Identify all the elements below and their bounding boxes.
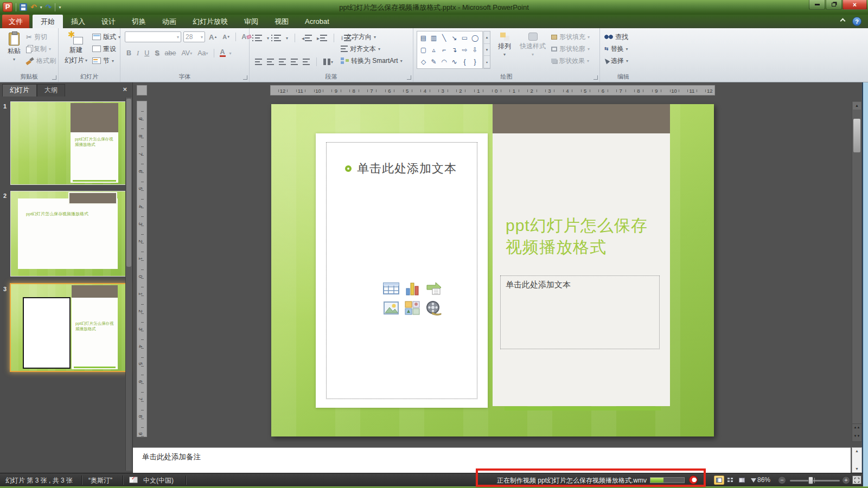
bullets-icon[interactable] [255, 35, 262, 41]
quick-styles-button[interactable]: 快速样式 ▾ [518, 30, 548, 70]
undo-icon[interactable]: ↶ [30, 3, 37, 11]
align-center-icon[interactable] [267, 59, 274, 65]
tab-5[interactable]: 动画 [154, 15, 184, 28]
shape-outline-button[interactable]: 形状轮廓 ▾ [551, 43, 590, 54]
section-button[interactable]: 节 ▾ [92, 55, 114, 66]
next-slide-button[interactable]: ▼▼ [853, 433, 861, 441]
scroll-up-icon[interactable]: ▲ [853, 102, 861, 110]
bullets-dropdown-icon[interactable]: ▾ [267, 36, 269, 41]
shapes-scroll-up-icon[interactable]: ▲ [484, 31, 490, 44]
align-left-icon[interactable] [255, 59, 262, 65]
align-text-button[interactable]: 对齐文本 ▾ [341, 43, 380, 54]
bold-button[interactable]: B [125, 49, 133, 57]
slide-thumbnail-1[interactable]: ppt幻灯片怎么保存视频播放格式 [11, 102, 126, 184]
shape-icon[interactable]: } [470, 56, 480, 68]
notes-scroll-down-icon[interactable]: ▼ [852, 466, 861, 472]
shapes-more-icon[interactable]: ▾ [484, 56, 490, 68]
tab-9[interactable]: Acrobat [297, 15, 337, 28]
replace-button[interactable]: ⇆ 替换 ▾ [604, 43, 628, 54]
scrollbar-thumb[interactable] [853, 119, 860, 152]
shape-icon[interactable]: ▭ [459, 32, 470, 44]
copy-button[interactable]: 复制 ▾ [26, 43, 51, 54]
restore-button[interactable] [826, 0, 842, 10]
justify-icon[interactable] [291, 59, 298, 65]
shape-icon[interactable]: ↘ [449, 32, 459, 44]
font-color-dropdown-icon[interactable]: ▾ [229, 51, 232, 56]
distribute-icon[interactable] [303, 59, 310, 65]
decrease-indent-button[interactable]: ◂ [302, 35, 312, 41]
shape-icon[interactable]: ⇨ [459, 44, 470, 56]
drawing-dialog-launcher-icon[interactable] [593, 75, 598, 80]
minimize-button[interactable] [809, 0, 825, 10]
insert-picture-icon[interactable] [381, 299, 401, 317]
shape-icon[interactable]: ▥ [429, 32, 439, 44]
font-name-combo[interactable]: ▾ [125, 31, 181, 42]
save-icon[interactable] [20, 3, 27, 11]
new-slide-button[interactable]: ✱ 新建 幻灯片▾ [62, 30, 90, 70]
numbering-dropdown-icon[interactable]: ▾ [286, 36, 288, 41]
notes-scrollbar[interactable]: ▲ ▼ [852, 447, 862, 473]
grow-font-button[interactable]: A▲ A▼ A [207, 31, 253, 42]
increase-indent-button[interactable]: ▸ [317, 35, 327, 41]
insert-smartart-icon[interactable] [423, 279, 443, 298]
panel-tab-slides[interactable]: 幻灯片 [2, 84, 37, 97]
cut-button[interactable]: ✂ 剪切 [26, 31, 47, 42]
zoom-level[interactable]: 86% [757, 476, 770, 484]
spell-check-icon[interactable]: ✓ [129, 477, 138, 483]
insert-clipart-icon[interactable] [402, 299, 422, 317]
arrange-button[interactable]: 排列 ▾ [493, 30, 516, 70]
change-case-button[interactable]: Aa▾ [196, 49, 209, 57]
shape-icon[interactable]: ⇩ [470, 44, 480, 56]
paste-button[interactable]: 粘贴 ▾ [3, 30, 25, 70]
find-button[interactable]: 查找 [604, 31, 628, 42]
slide-title-text[interactable]: ppt幻灯片怎么保存视频播放格式 [506, 215, 648, 258]
tab-7[interactable]: 审阅 [236, 15, 266, 28]
italic-button[interactable]: I [135, 49, 141, 57]
zoom-slider-track[interactable] [790, 480, 840, 481]
close-button[interactable]: × [843, 0, 867, 10]
customize-qat-icon[interactable]: ▾ [59, 5, 61, 10]
shapes-scroll-down-icon[interactable]: ▼ [484, 44, 490, 56]
paste-dropdown-icon[interactable]: ▾ [13, 57, 15, 62]
text-placeholder[interactable]: 单击此处添加文本 [500, 275, 660, 349]
panel-close-icon[interactable]: × [123, 85, 127, 93]
columns-button[interactable]: ▾ [323, 59, 333, 65]
previous-slide-button[interactable]: ▲▲ [853, 425, 861, 433]
insert-chart-icon[interactable] [402, 279, 422, 298]
shape-effects-button[interactable]: 形状效果 ▾ [551, 55, 589, 66]
theme-name[interactable]: “奥斯汀” [88, 476, 112, 485]
shape-icon[interactable]: ∿ [449, 56, 459, 68]
text-shadow-button[interactable]: S [153, 49, 161, 57]
copy-dropdown-icon[interactable]: ▾ [49, 47, 51, 52]
tab-8[interactable]: 视图 [266, 15, 297, 28]
shape-icon[interactable]: ◠ [439, 56, 449, 68]
convert-smartart-button[interactable]: 转换为 SmartArt ▾ [341, 55, 403, 66]
zoom-slider-thumb[interactable] [808, 477, 813, 484]
reading-view-button[interactable] [737, 476, 747, 485]
font-dialog-launcher-icon[interactable] [243, 75, 247, 80]
insert-table-icon[interactable] [381, 279, 401, 298]
font-color-button[interactable]: A [218, 49, 227, 57]
slide-thumbnail-3-selected[interactable]: ppt幻灯片怎么保存视频播放格式 [11, 284, 126, 371]
collapse-ribbon-icon[interactable] [841, 19, 846, 23]
layout-button[interactable]: 版式 ▾ [92, 31, 120, 42]
paragraph-dialog-launcher-icon[interactable] [407, 75, 411, 80]
tab-1[interactable]: 开始 [33, 15, 63, 28]
character-spacing-button[interactable]: AV▾ [180, 49, 194, 57]
slide-canvas[interactable]: 单击此处添加文本 [271, 104, 714, 436]
undo-dropdown-icon[interactable]: ▾ [40, 5, 42, 10]
content-placeholder[interactable]: 单击此处添加文本 [326, 142, 477, 399]
format-painter-button[interactable]: 格式刷 [26, 55, 56, 66]
zoom-in-icon[interactable]: + [842, 476, 850, 484]
numbering-icon[interactable] [274, 35, 281, 41]
align-right-icon[interactable] [279, 59, 286, 65]
shape-icon[interactable]: ▢ [418, 44, 429, 56]
tab-4[interactable]: 切换 [124, 15, 154, 28]
help-icon[interactable]: ? [852, 17, 861, 26]
h-ruler[interactable]: 1211109876543210123456789101112 [270, 85, 715, 95]
normal-view-button[interactable] [714, 476, 724, 485]
language-indicator[interactable]: 中文(中国) [143, 476, 174, 485]
shape-icon[interactable]: ◯ [470, 32, 480, 44]
font-size-combo[interactable]: 28 ▾ [183, 31, 205, 42]
tab-3[interactable]: 设计 [93, 15, 124, 28]
